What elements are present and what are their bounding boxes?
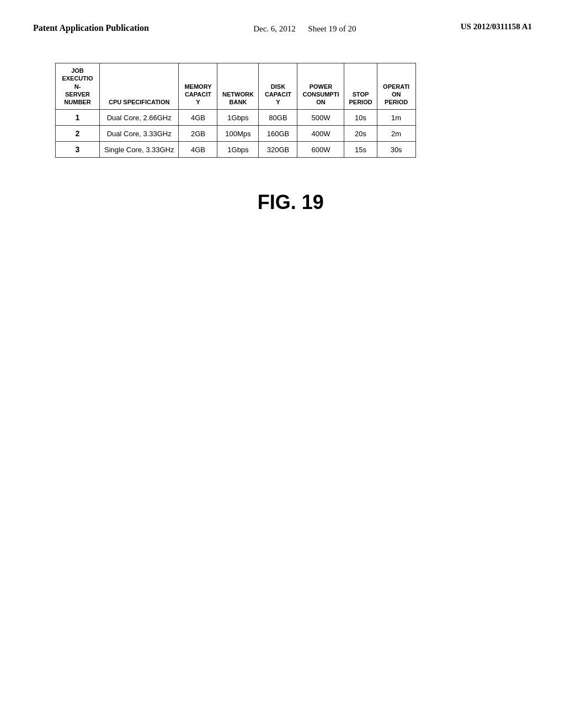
row3-stop: 15s (344, 142, 377, 158)
row1-server: 1 (56, 110, 100, 126)
row2-power: 400W (297, 126, 344, 142)
col-header-operation: OPERATIONPERIOD (377, 63, 415, 110)
col-header-disk: DISKCAPACITY (259, 63, 297, 110)
col-header-server: JOB EXECUTION-SERVER NUMBER (56, 63, 100, 110)
data-table-container: JOB EXECUTION-SERVER NUMBER CPU SPECIFIC… (55, 63, 416, 214)
row3-cpu: Single Core, 3.33GHz (100, 142, 179, 158)
row1-operation: 1m (377, 110, 415, 126)
row1-disk: 80GB (259, 110, 297, 126)
row1-network: 1Gbps (217, 110, 259, 126)
row2-network: 100Mps (217, 126, 259, 142)
patent-number: US 2012/0311158 A1 (461, 22, 532, 31)
publication-title: Patent Application Publication (33, 22, 149, 34)
table-row: 1 Dual Core, 2.66GHz 4GB 1Gbps 80GB 500W… (56, 110, 416, 126)
row2-cpu: Dual Core, 3.33GHz (100, 126, 179, 142)
row3-network: 1Gbps (217, 142, 259, 158)
row1-memory: 4GB (179, 110, 217, 126)
row1-power: 500W (297, 110, 344, 126)
row2-server: 2 (56, 126, 100, 142)
row2-operation: 2m (377, 126, 415, 142)
row2-stop: 20s (344, 126, 377, 142)
col-header-stop: STOPPERIOD (344, 63, 377, 110)
row3-server: 3 (56, 142, 100, 158)
header-date-sheet: Dec. 6, 2012 Sheet 19 of 20 (253, 22, 356, 35)
table-row: 3 Single Core, 3.33GHz 4GB 1Gbps 320GB 6… (56, 142, 416, 158)
row3-disk: 320GB (259, 142, 297, 158)
row3-power: 600W (297, 142, 344, 158)
row1-stop: 10s (344, 110, 377, 126)
col-header-power: POWERCONSUMPTION (297, 63, 344, 110)
table-row: 2 Dual Core, 3.33GHz 2GB 100Mps 160GB 40… (56, 126, 416, 142)
col-header-cpu: CPU SPECIFICATION (100, 63, 179, 110)
figure-label: FIG. 19 (166, 191, 416, 214)
publication-date: Dec. 6, 2012 (253, 24, 296, 33)
page-header: Patent Application Publication Dec. 6, 2… (0, 0, 565, 46)
server-specs-table: JOB EXECUTION-SERVER NUMBER CPU SPECIFIC… (55, 63, 416, 158)
row3-operation: 30s (377, 142, 415, 158)
row1-cpu: Dual Core, 2.66GHz (100, 110, 179, 126)
row2-disk: 160GB (259, 126, 297, 142)
row3-memory: 4GB (179, 142, 217, 158)
sheet-number: Sheet 19 of 20 (308, 24, 356, 33)
col-header-memory: MEMORYCAPACITY (179, 63, 217, 110)
row2-memory: 2GB (179, 126, 217, 142)
col-header-network: NETWORKBANK (217, 63, 259, 110)
main-content: JOB EXECUTION-SERVER NUMBER CPU SPECIFIC… (0, 46, 565, 214)
